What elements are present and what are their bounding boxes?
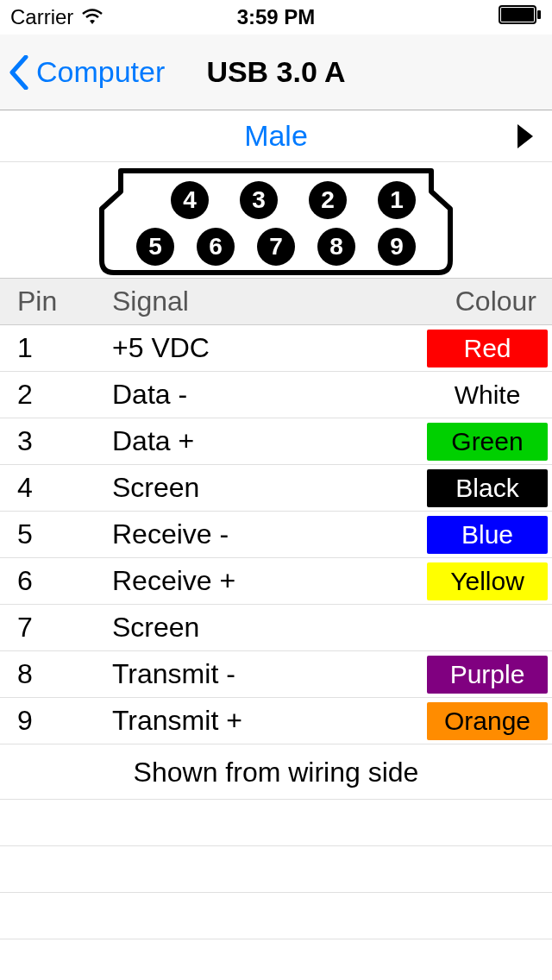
- svg-text:5: 5: [148, 233, 162, 260]
- header-colour: Colour: [423, 279, 552, 325]
- gender-label: Male: [244, 119, 308, 153]
- table-row: 9Transmit +Orange: [0, 698, 552, 744]
- table-row: 3Data +Green: [0, 418, 552, 465]
- cell-pin: 5: [0, 512, 112, 558]
- header-pin: Pin: [0, 279, 112, 325]
- colour-chip: Black: [427, 469, 548, 507]
- cell-pin: 7: [0, 605, 112, 651]
- wifi-icon: [80, 9, 104, 26]
- cell-pin: 1: [0, 325, 112, 372]
- cell-colour: Black: [423, 465, 552, 512]
- colour-chip: Red: [427, 330, 548, 368]
- footer-note: Shown from wiring side: [0, 744, 552, 800]
- battery-icon: [499, 5, 542, 24]
- cell-signal: Data +: [112, 418, 423, 465]
- colour-chip: Orange: [427, 702, 548, 740]
- table-header-row: Pin Signal Colour: [0, 279, 552, 325]
- cell-colour: Orange: [423, 698, 552, 744]
- svg-text:2: 2: [321, 186, 335, 213]
- cell-colour: Red: [423, 325, 552, 372]
- blank-row: [0, 800, 552, 846]
- colour-chip: Green: [427, 423, 548, 461]
- table-row: 8Transmit -Purple: [0, 651, 552, 698]
- pin-circle-8: 8: [317, 228, 355, 266]
- colour-chip: Blue: [427, 516, 548, 554]
- cell-colour: Green: [423, 418, 552, 465]
- back-label: Computer: [36, 55, 165, 89]
- cell-colour: Purple: [423, 651, 552, 698]
- colour-chip: White: [427, 376, 548, 414]
- cell-pin: 2: [0, 372, 112, 418]
- svg-text:9: 9: [390, 233, 404, 260]
- pin-circle-7: 7: [257, 228, 295, 266]
- cell-pin: 3: [0, 418, 112, 465]
- blank-row: [0, 846, 552, 893]
- cell-colour: Yellow: [423, 558, 552, 605]
- svg-rect-2: [537, 10, 541, 19]
- cell-signal: Transmit -: [112, 651, 423, 698]
- gender-selector[interactable]: Male: [0, 110, 552, 162]
- blank-row: [0, 893, 552, 939]
- svg-text:3: 3: [252, 186, 266, 213]
- nav-bar: Computer USB 3.0 A: [0, 35, 552, 110]
- cell-colour: White: [423, 372, 552, 418]
- page-title: USB 3.0 A: [206, 55, 345, 89]
- back-button[interactable]: Computer: [0, 55, 165, 90]
- header-signal: Signal: [112, 279, 423, 325]
- connector-svg: 4321 56789: [95, 166, 457, 278]
- pinout-table: Pin Signal Colour 1+5 VDCRed2Data -White…: [0, 278, 552, 744]
- cell-signal: Screen: [112, 605, 423, 651]
- svg-text:6: 6: [209, 233, 223, 260]
- cell-signal: Data -: [112, 372, 423, 418]
- svg-text:4: 4: [183, 186, 197, 213]
- svg-rect-1: [501, 8, 534, 22]
- pin-circle-4: 4: [171, 181, 209, 219]
- connector-diagram: 4321 56789: [0, 162, 552, 278]
- cell-pin: 9: [0, 698, 112, 744]
- table-row: 4ScreenBlack: [0, 465, 552, 512]
- colour-chip: Yellow: [427, 562, 548, 600]
- table-row: 6Receive +Yellow: [0, 558, 552, 605]
- carrier-label: Carrier: [10, 5, 73, 29]
- status-time: 3:59 PM: [237, 5, 316, 29]
- cell-signal: Receive -: [112, 512, 423, 558]
- status-right: [499, 5, 542, 29]
- cell-colour: Blue: [423, 512, 552, 558]
- cell-signal: +5 VDC: [112, 325, 423, 372]
- cell-colour: [423, 605, 552, 651]
- table-row: 2Data -White: [0, 372, 552, 418]
- table-row: 7Screen: [0, 605, 552, 651]
- cell-pin: 6: [0, 558, 112, 605]
- colour-chip: Purple: [427, 656, 548, 694]
- status-left: Carrier: [10, 5, 104, 29]
- status-bar: Carrier 3:59 PM: [0, 0, 552, 35]
- cell-pin: 4: [0, 465, 112, 512]
- chevron-left-icon: [9, 55, 29, 90]
- table-row: 5Receive -Blue: [0, 512, 552, 558]
- svg-text:8: 8: [329, 233, 343, 260]
- pin-circle-9: 9: [378, 228, 416, 266]
- cell-pin: 8: [0, 651, 112, 698]
- pin-circle-2: 2: [309, 181, 347, 219]
- pin-circle-5: 5: [136, 228, 174, 266]
- pin-circle-3: 3: [240, 181, 278, 219]
- chevron-right-icon: [518, 124, 533, 148]
- cell-signal: Screen: [112, 465, 423, 512]
- cell-signal: Transmit +: [112, 698, 423, 744]
- svg-text:1: 1: [390, 186, 404, 213]
- cell-signal: Receive +: [112, 558, 423, 605]
- svg-text:7: 7: [269, 233, 283, 260]
- pin-circle-6: 6: [197, 228, 235, 266]
- table-row: 1+5 VDCRed: [0, 325, 552, 372]
- pin-circle-1: 1: [378, 181, 416, 219]
